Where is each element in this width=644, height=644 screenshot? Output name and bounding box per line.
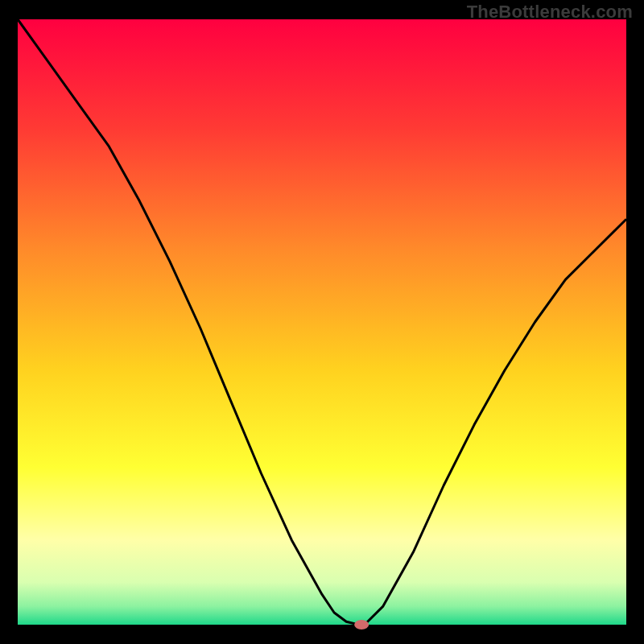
minimum-marker	[354, 620, 369, 630]
bottleneck-chart	[0, 0, 644, 644]
chart-frame: TheBottleneck.com	[0, 0, 644, 644]
